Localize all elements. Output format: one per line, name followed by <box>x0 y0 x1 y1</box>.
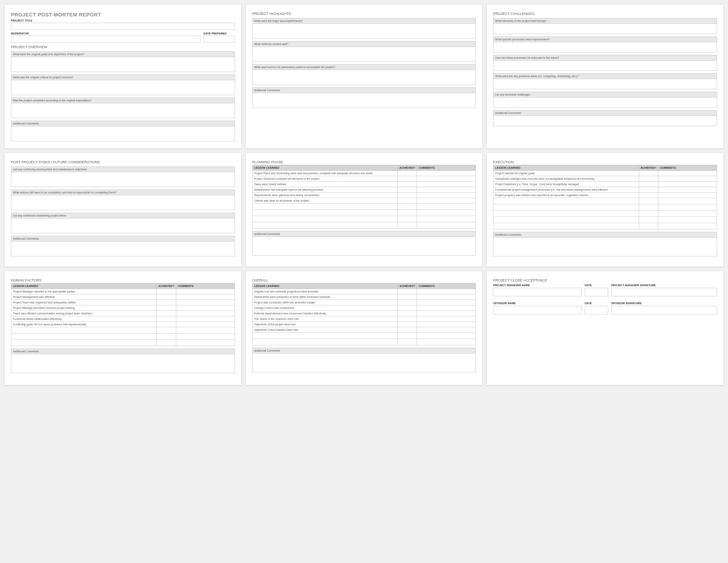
sponsor-sig-input[interactable] <box>611 306 717 314</box>
achieved-cell[interactable] <box>157 322 176 327</box>
achieved-cell[interactable] <box>639 211 658 217</box>
achieved-cell[interactable] <box>397 198 417 204</box>
achieved-cell[interactable] <box>639 182 658 187</box>
achieved-cell[interactable] <box>157 294 176 300</box>
achieved-cell[interactable] <box>157 327 176 334</box>
achieved-cell[interactable] <box>157 316 176 322</box>
q-body[interactable] <box>493 24 717 34</box>
achieved-cell[interactable] <box>639 223 658 229</box>
q-body[interactable] <box>252 47 476 62</box>
comments-cell[interactable] <box>658 193 717 198</box>
comments-cell[interactable] <box>658 187 717 193</box>
achieved-cell[interactable] <box>397 311 417 316</box>
achieved-cell[interactable] <box>157 334 176 340</box>
sponsor-name-input[interactable] <box>493 306 581 314</box>
achieved-cell[interactable] <box>639 204 658 211</box>
date-prepared-input[interactable] <box>204 36 235 43</box>
comments-cell[interactable] <box>658 176 717 182</box>
q-body[interactable] <box>11 57 235 72</box>
q-body[interactable] <box>252 24 476 39</box>
comments-cell[interactable] <box>658 223 717 229</box>
q-body[interactable] <box>252 70 476 85</box>
addl-body[interactable] <box>11 354 235 373</box>
comments-cell[interactable] <box>176 305 235 311</box>
comments-cell[interactable] <box>417 300 476 305</box>
addl-body[interactable] <box>493 238 717 256</box>
comments-cell[interactable] <box>658 217 717 223</box>
comments-cell[interactable] <box>417 294 476 300</box>
comments-cell[interactable] <box>417 316 476 322</box>
achieved-cell[interactable] <box>639 187 658 193</box>
q-body[interactable] <box>11 80 235 95</box>
achieved-cell[interactable] <box>397 171 417 176</box>
achieved-cell[interactable] <box>639 171 658 176</box>
comments-cell[interactable] <box>417 311 476 316</box>
achieved-cell[interactable] <box>397 182 417 187</box>
achieved-cell[interactable] <box>639 217 658 223</box>
comments-cell[interactable] <box>658 182 717 187</box>
achieved-cell[interactable] <box>397 300 417 305</box>
comments-cell[interactable] <box>417 210 476 216</box>
addl-body[interactable] <box>11 126 235 141</box>
pm-name-input[interactable] <box>493 288 581 296</box>
achieved-cell[interactable] <box>397 222 417 229</box>
q-body[interactable] <box>493 42 717 52</box>
moderator-input[interactable] <box>11 36 201 43</box>
q-body[interactable] <box>11 195 235 210</box>
achieved-cell[interactable] <box>157 311 176 316</box>
comments-cell[interactable] <box>417 176 476 182</box>
comments-cell[interactable] <box>176 322 235 327</box>
comments-cell[interactable] <box>658 171 717 176</box>
comments-cell[interactable] <box>417 204 476 210</box>
achieved-cell[interactable] <box>397 316 417 322</box>
pm-sig-input[interactable] <box>611 288 717 296</box>
addl-body[interactable] <box>11 242 235 256</box>
comments-cell[interactable] <box>417 339 476 345</box>
comments-cell[interactable] <box>176 300 235 305</box>
comments-cell[interactable] <box>176 289 235 294</box>
date-input-2[interactable] <box>585 306 608 314</box>
achieved-cell[interactable] <box>397 333 417 339</box>
comments-cell[interactable] <box>658 211 717 217</box>
achieved-cell[interactable] <box>397 193 417 198</box>
comments-cell[interactable] <box>658 198 717 204</box>
comments-cell[interactable] <box>417 289 476 294</box>
achieved-cell[interactable] <box>397 210 417 216</box>
achieved-cell[interactable] <box>397 322 417 327</box>
comments-cell[interactable] <box>176 334 235 340</box>
q-body[interactable] <box>11 103 235 118</box>
comments-cell[interactable] <box>417 198 476 204</box>
achieved-cell[interactable] <box>397 204 417 210</box>
achieved-cell[interactable] <box>157 340 176 346</box>
comments-cell[interactable] <box>658 204 717 211</box>
project-title-input[interactable] <box>11 23 235 30</box>
comments-cell[interactable] <box>176 340 235 346</box>
comments-cell[interactable] <box>417 193 476 198</box>
q-body[interactable] <box>493 97 717 108</box>
comments-cell[interactable] <box>176 311 235 316</box>
achieved-cell[interactable] <box>157 289 176 294</box>
achieved-cell[interactable] <box>397 216 417 222</box>
comments-cell[interactable] <box>417 333 476 339</box>
comments-cell[interactable] <box>176 294 235 300</box>
q-body[interactable] <box>493 61 717 71</box>
addl-body[interactable] <box>252 354 476 372</box>
achieved-cell[interactable] <box>397 327 417 333</box>
comments-cell[interactable] <box>417 182 476 187</box>
comments-cell[interactable] <box>417 222 476 229</box>
achieved-cell[interactable] <box>397 294 417 300</box>
addl-body[interactable] <box>252 93 476 108</box>
achieved-cell[interactable] <box>397 187 417 193</box>
achieved-cell[interactable] <box>397 339 417 345</box>
comments-cell[interactable] <box>176 316 235 322</box>
q-body[interactable] <box>11 172 235 187</box>
achieved-cell[interactable] <box>157 305 176 311</box>
achieved-cell[interactable] <box>397 289 417 294</box>
date-input[interactable] <box>585 288 608 296</box>
comments-cell[interactable] <box>417 187 476 193</box>
q-body[interactable] <box>11 218 235 233</box>
q-body[interactable] <box>493 79 717 89</box>
comments-cell[interactable] <box>417 322 476 327</box>
achieved-cell[interactable] <box>639 198 658 204</box>
comments-cell[interactable] <box>176 327 235 334</box>
